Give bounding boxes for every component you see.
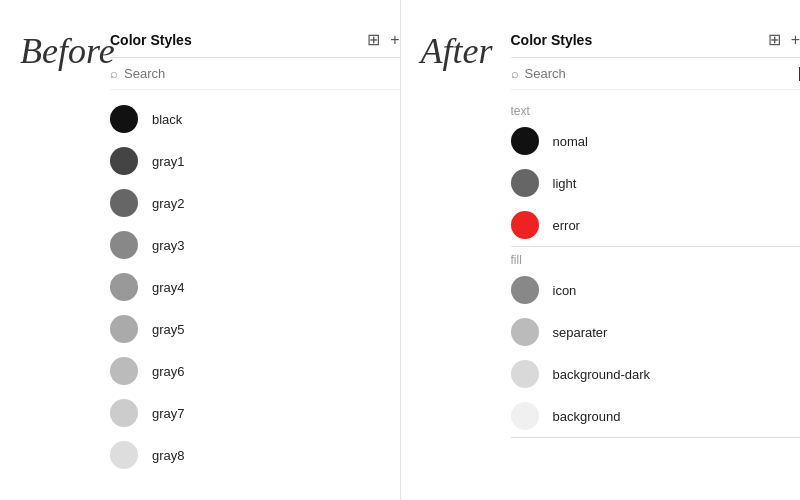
color-name: gray6 (152, 364, 185, 379)
color-swatch (110, 357, 138, 385)
color-name: light (553, 176, 577, 191)
after-plus-icon[interactable]: + (791, 31, 800, 49)
color-swatch (511, 169, 539, 197)
list-item: gray8 (110, 434, 400, 476)
before-plus-icon[interactable]: + (390, 31, 399, 49)
color-swatch (110, 189, 138, 217)
list-item: background-dark (511, 353, 801, 395)
after-color-list: text nomal light error fill icon separat… (511, 98, 801, 500)
color-swatch (110, 273, 138, 301)
list-item: gray1 (110, 140, 400, 182)
color-swatch (511, 127, 539, 155)
list-item: gray5 (110, 308, 400, 350)
color-name: gray1 (152, 154, 185, 169)
color-name: gray8 (152, 448, 185, 463)
before-color-list: black gray1 gray2 gray3 gray4 gray5 gray… (110, 98, 400, 500)
list-item: gray7 (110, 392, 400, 434)
color-swatch (511, 211, 539, 239)
color-swatch (110, 399, 138, 427)
color-swatch (511, 402, 539, 430)
list-item: gray3 (110, 224, 400, 266)
before-grid-icon[interactable]: ⊞ (367, 30, 380, 49)
after-panel: After Color Styles ⊞ + ⌕ text nomal ligh… (401, 0, 801, 500)
color-name: gray2 (152, 196, 185, 211)
color-name: background (553, 409, 621, 424)
list-item: error (511, 204, 801, 246)
list-item: black (110, 98, 400, 140)
color-name: background-dark (553, 367, 651, 382)
section-divider (511, 437, 801, 438)
list-item: light (511, 162, 801, 204)
after-search-bar: ⌕ (511, 58, 801, 90)
after-grid-icon[interactable]: ⊞ (768, 30, 781, 49)
list-item: gray4 (110, 266, 400, 308)
after-search-input[interactable] (525, 66, 793, 81)
list-item: icon (511, 269, 801, 311)
list-item: gray6 (110, 350, 400, 392)
color-swatch (110, 231, 138, 259)
before-title: Color Styles (110, 32, 192, 48)
color-name: separater (553, 325, 608, 340)
before-watermark: Before (20, 30, 115, 72)
color-swatch (110, 441, 138, 469)
color-swatch (110, 105, 138, 133)
after-header: Color Styles ⊞ + (511, 30, 801, 58)
color-name: gray7 (152, 406, 185, 421)
color-swatch (110, 147, 138, 175)
list-item: separater (511, 311, 801, 353)
color-swatch (511, 276, 539, 304)
list-item: background (511, 395, 801, 437)
color-swatch (110, 315, 138, 343)
color-swatch (511, 318, 539, 346)
list-item: gray2 (110, 182, 400, 224)
color-name: gray5 (152, 322, 185, 337)
color-name: gray4 (152, 280, 185, 295)
section-label: text (511, 98, 801, 120)
before-search-input[interactable] (124, 66, 400, 81)
color-swatch (511, 360, 539, 388)
before-header: Color Styles ⊞ + (110, 30, 400, 58)
after-header-icons: ⊞ + (768, 30, 800, 49)
color-name: black (152, 112, 182, 127)
before-search-bar: ⌕ (110, 58, 400, 90)
list-item: nomal (511, 120, 801, 162)
color-name: icon (553, 283, 577, 298)
color-name: gray3 (152, 238, 185, 253)
color-name: error (553, 218, 580, 233)
after-watermark: After (421, 30, 493, 72)
section-label: fill (511, 247, 801, 269)
before-panel: Before Color Styles ⊞ + ⌕ black gray1 gr… (0, 0, 400, 500)
after-search-icon: ⌕ (511, 66, 519, 81)
before-header-icons: ⊞ + (367, 30, 399, 49)
color-name: nomal (553, 134, 588, 149)
after-title: Color Styles (511, 32, 593, 48)
